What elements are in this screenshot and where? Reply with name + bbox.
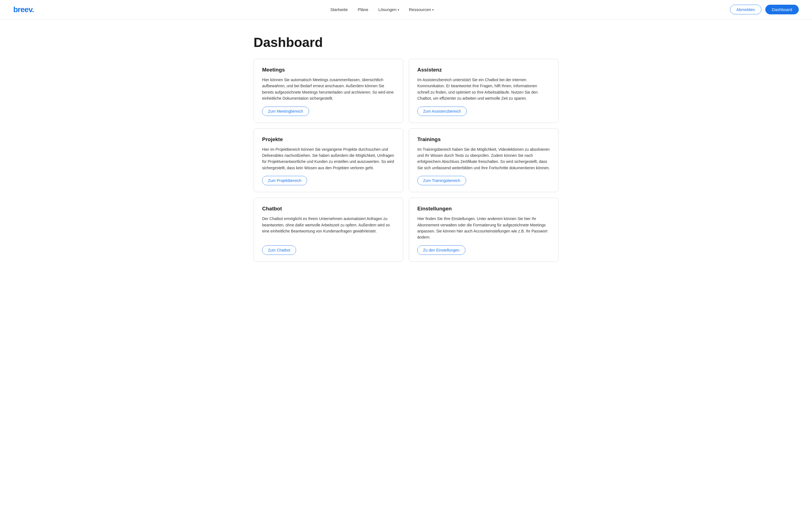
card-title-projekte: Projekte [262, 136, 395, 142]
card-trainings: Trainings Im Trainingsbereich haben Sie … [409, 128, 559, 193]
card-meetings: Meetings Hier können Sie automatisch Mee… [253, 59, 403, 123]
card-chatbot: Chatbot Der Chatbot ermöglicht es Ihrem … [253, 198, 403, 262]
card-button-einstellungen[interactable]: Zu den Einstellungen [417, 246, 465, 255]
card-button-trainings[interactable]: Zum Trainingsbereich [417, 176, 466, 185]
card-assistenz: Assistenz Im Assistenzbereich unterstütz… [409, 59, 559, 123]
card-description-assistenz: Im Assistenzbereich unterstützt Sie ein … [417, 77, 550, 101]
card-description-meetings: Hier können Sie automatisch Meetings zus… [262, 77, 395, 101]
nav-loesungen[interactable]: Lösungen ▾ [378, 7, 399, 12]
card-title-assistenz: Assistenz [417, 67, 550, 73]
card-description-chatbot: Der Chatbot ermöglicht es Ihrem Unterneh… [262, 216, 395, 241]
card-button-meetings[interactable]: Zum Meetingbereich [262, 107, 309, 116]
card-title-meetings: Meetings [262, 67, 395, 73]
main-nav: Startseite Pläne Lösungen ▾ Ressourcen ▾ [330, 7, 434, 12]
ressourcen-chevron-icon: ▾ [432, 8, 434, 11]
main-content: Dashboard Meetings Hier können Sie autom… [240, 19, 572, 275]
header: breev. Startseite Pläne Lösungen ▾ Resso… [0, 0, 812, 19]
card-title-einstellungen: Einstellungen [417, 206, 550, 212]
card-description-trainings: Im Trainingsbereich haben Sie die Möglic… [417, 146, 550, 171]
cards-grid: Meetings Hier können Sie automatisch Mee… [253, 59, 559, 262]
dashboard-button[interactable]: Dashboard [765, 5, 799, 14]
card-button-assistenz[interactable]: Zum Assistenzbereich [417, 107, 467, 116]
logout-button[interactable]: Abmelden [730, 5, 762, 14]
header-actions: Abmelden Dashboard [730, 5, 799, 14]
card-title-chatbot: Chatbot [262, 206, 395, 212]
card-button-projekte[interactable]: Zum Projektbereich [262, 176, 307, 185]
page-title: Dashboard [253, 35, 559, 50]
card-projekte: Projekte Hier im Projektbereich können S… [253, 128, 403, 193]
card-einstellungen: Einstellungen Hier finden Sie Ihre Einst… [409, 198, 559, 262]
nav-startseite[interactable]: Startseite [330, 7, 348, 12]
logo[interactable]: breev. [13, 5, 34, 14]
nav-ressourcen[interactable]: Ressourcen ▾ [409, 7, 434, 12]
card-description-projekte: Hier im Projektbereich können Sie vergan… [262, 146, 395, 171]
loesungen-chevron-icon: ▾ [398, 8, 399, 11]
card-description-einstellungen: Hier finden Sie Ihre Einstellungen. Unte… [417, 216, 550, 241]
card-title-trainings: Trainings [417, 136, 550, 142]
card-button-chatbot[interactable]: Zum Chatbot [262, 246, 296, 255]
nav-plaene[interactable]: Pläne [358, 7, 368, 12]
